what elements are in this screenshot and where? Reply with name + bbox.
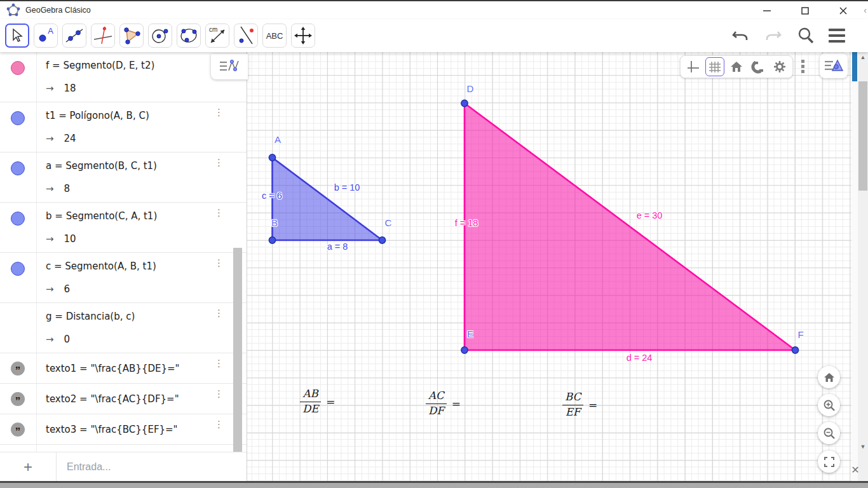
algebra-row-f[interactable]: f = Segmento(D, E, t2) →18 <box>0 52 247 102</box>
visibility-toggle[interactable] <box>11 262 25 276</box>
move-graphics-view-tool[interactable] <box>291 24 315 48</box>
label-E: E <box>467 329 473 339</box>
label-D: D <box>467 83 474 94</box>
text-object-icon[interactable]: ” <box>11 392 25 406</box>
text-object-icon[interactable]: ” <box>11 362 25 376</box>
scroll-up-icon[interactable]: ▲ <box>858 54 868 60</box>
edge-label-d: d = 24 <box>627 353 653 363</box>
edge-chevron-icon[interactable]: ‹ <box>864 5 867 15</box>
text-object-icon[interactable]: ” <box>11 423 25 437</box>
grid-icon[interactable] <box>705 57 724 76</box>
row-menu-icon[interactable]: ⋮ <box>214 107 224 117</box>
label-B: B <box>271 217 278 228</box>
kebab-menu-icon[interactable] <box>801 60 804 73</box>
text-fraction-AB-DE[interactable]: ABDE = <box>300 388 336 416</box>
edge-label-f: f = 18 <box>455 218 478 228</box>
point-D[interactable] <box>461 100 468 106</box>
algebra-row-c[interactable]: c = Segmento(A, B, t1) →6 ⋮ <box>0 253 247 303</box>
row-menu-icon[interactable]: ⋮ <box>214 258 224 268</box>
polygon-tool[interactable] <box>119 24 144 48</box>
window-bottom-strip <box>0 483 868 488</box>
triangle-def[interactable] <box>465 104 796 351</box>
edge-label-a: a = 8 <box>327 241 348 252</box>
text-fraction-BC-EF[interactable]: BCEF = <box>562 391 597 419</box>
circle-icon <box>150 25 170 46</box>
row-menu-icon[interactable]: ⋮ <box>214 158 224 167</box>
visibility-toggle[interactable] <box>11 212 25 226</box>
point-tool[interactable]: A <box>34 24 58 48</box>
snap-magnet-icon[interactable] <box>749 57 768 76</box>
perpendicular-icon <box>93 25 113 46</box>
distance-tool[interactable]: cm <box>205 24 229 48</box>
perpendicular-line-tool[interactable] <box>91 24 115 48</box>
graphics-style-icon <box>824 58 844 74</box>
edge-label-b: b = 10 <box>334 182 360 193</box>
line-tool[interactable] <box>62 24 86 48</box>
visibility-toggle[interactable] <box>11 111 25 125</box>
algebra-row-texto2[interactable]: ” texto2 = "\frac{AC}{DF}=" ⋮ <box>0 384 247 414</box>
title-bar: GeoGebra Clásico ‹ <box>0 0 868 19</box>
graphics-style-button[interactable] <box>820 53 848 78</box>
row-menu-icon[interactable]: ⋮ <box>214 308 224 318</box>
settings-gear-icon[interactable] <box>770 57 789 76</box>
triangle-abc[interactable] <box>273 158 383 240</box>
label-A: A <box>275 134 281 145</box>
row-menu-icon[interactable]: ⋮ <box>214 419 224 429</box>
point-F[interactable] <box>792 347 798 353</box>
row-value: 18 <box>64 83 76 94</box>
graphics-stylebar <box>680 55 793 78</box>
row-menu-icon[interactable]: ⋮ <box>214 389 224 398</box>
zoom-out-icon[interactable] <box>818 422 840 444</box>
undo-icon[interactable] <box>731 27 750 44</box>
circle-center-point-tool[interactable] <box>148 24 172 48</box>
move-tool[interactable] <box>5 24 29 48</box>
algebra-panel: f = Segmento(D, E, t2) →18 t1 = Polígono… <box>0 52 247 481</box>
row-menu-icon[interactable]: ⋮ <box>214 208 224 217</box>
algebra-style-button[interactable] <box>211 54 248 79</box>
scrollbar-thumb[interactable] <box>858 81 867 191</box>
point-C[interactable] <box>379 237 385 243</box>
home-view-icon[interactable] <box>727 57 746 76</box>
visibility-toggle[interactable] <box>11 61 25 75</box>
cursor-icon <box>10 28 24 43</box>
fullscreen-icon[interactable] <box>818 451 840 473</box>
axes-icon[interactable] <box>684 57 703 76</box>
geogebra-logo <box>6 3 20 17</box>
algebra-scrollbar[interactable] <box>233 248 242 471</box>
point-E[interactable] <box>461 347 468 353</box>
zoom-in-icon[interactable] <box>818 394 840 416</box>
row-menu-icon[interactable]: ⋮ <box>214 358 224 368</box>
close-icon[interactable] <box>835 3 851 19</box>
algebra-row-texto1[interactable]: ” texto1 = "\frac{AB}{DE}=" ⋮ <box>0 353 247 384</box>
algebra-row-g[interactable]: g = Distancia(b, c) →0 ⋮ <box>0 303 247 353</box>
conic-through-points-tool[interactable] <box>177 24 201 48</box>
text-tool[interactable]: ABC <box>262 24 287 48</box>
scroll-down-icon[interactable]: ▼ <box>858 444 868 450</box>
row-value: 24 <box>64 133 76 144</box>
search-icon[interactable] <box>797 27 815 44</box>
algebra-row-b[interactable]: b = Segmento(C, A, t1) →10 ⋮ <box>0 203 247 253</box>
visibility-toggle[interactable] <box>11 161 25 175</box>
maximize-icon[interactable] <box>797 3 813 19</box>
add-input-icon[interactable]: + <box>0 458 56 476</box>
algebra-input[interactable]: Entrada... <box>56 452 247 481</box>
main-toolbar: A <box>0 19 868 52</box>
graphics-view[interactable]: A B C D E F c = 6 b = 10 a = 8 f = 18 e … <box>247 52 851 481</box>
home-icon[interactable] <box>818 366 840 388</box>
menu-icon[interactable] <box>829 29 845 43</box>
row-value: 6 <box>64 283 71 295</box>
triangles-layer <box>247 52 851 481</box>
label-F: F <box>797 329 803 340</box>
text-fraction-AC-DF[interactable]: ACDF = <box>426 390 461 417</box>
algebra-row-texto3[interactable]: ” texto3 = "\frac{BC}{EF}=" ⋮ <box>0 414 247 445</box>
algebra-row-a[interactable]: a = Segmento(B, C, t1) →8 ⋮ <box>0 152 247 203</box>
panel-close-icon[interactable]: ✕ <box>850 464 861 476</box>
point-B[interactable] <box>269 237 275 243</box>
reflect-tool[interactable] <box>234 24 258 48</box>
algebra-row-t1[interactable]: t1 = Polígono(A, B, C) →24 ⋮ <box>0 102 247 152</box>
redo-icon[interactable] <box>764 27 783 44</box>
point-A[interactable] <box>269 154 275 161</box>
move-canvas-icon <box>294 26 313 45</box>
minimize-icon[interactable] <box>759 3 775 19</box>
line-icon <box>64 25 85 46</box>
